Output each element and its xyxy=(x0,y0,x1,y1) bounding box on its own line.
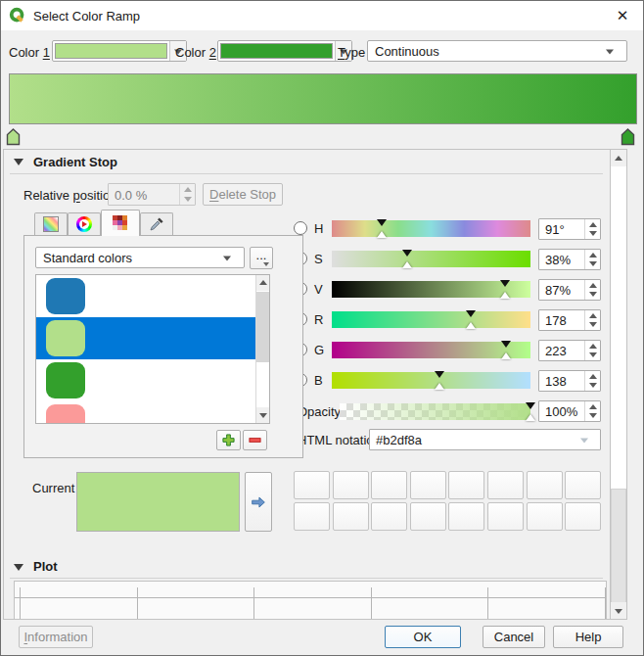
scrollbar-thumb[interactable] xyxy=(256,292,269,362)
channel-spinbox-b[interactable]: 138 xyxy=(538,370,601,392)
tab-swatches[interactable] xyxy=(101,210,140,236)
chevron-down-icon xyxy=(606,50,614,55)
channel-slider-r[interactable] xyxy=(332,311,530,328)
scrollbar-down-button[interactable] xyxy=(256,407,269,423)
opacity-label: Opacity xyxy=(298,404,341,419)
color-scheme-select[interactable]: Standard colors xyxy=(35,247,245,268)
spin-up-icon xyxy=(589,404,597,409)
spinner-buttons[interactable] xyxy=(584,401,600,421)
spinner-buttons[interactable] xyxy=(584,341,600,360)
add-current-to-swatches-button[interactable] xyxy=(245,472,272,532)
channel-slider-g[interactable] xyxy=(332,342,530,358)
slider-handle-bottom[interactable] xyxy=(466,322,476,329)
ellipsis-label: ... xyxy=(256,248,267,262)
channel-label-b: B xyxy=(314,373,323,388)
swatch-slot[interactable] xyxy=(448,502,484,531)
information-button: Information xyxy=(19,626,93,648)
channel-spinbox-s[interactable]: 38% xyxy=(538,249,601,270)
swatch-slot[interactable] xyxy=(371,471,407,499)
slider-handle-bottom[interactable] xyxy=(501,352,511,359)
opacity-slider[interactable] xyxy=(340,403,530,420)
color-list-item[interactable] xyxy=(36,317,257,359)
slider-handle-top[interactable] xyxy=(500,280,510,287)
relative-position-spinbox: 0.0 % xyxy=(108,183,196,206)
color-list-item[interactable] xyxy=(36,359,257,401)
swatch-slot[interactable] xyxy=(371,502,407,531)
tab-color-wheel[interactable] xyxy=(68,212,101,235)
collapse-triangle-icon[interactable] xyxy=(14,564,23,571)
help-button[interactable]: Help xyxy=(553,626,623,648)
delete-stop-button: Delete Stop xyxy=(203,183,283,206)
color1-button[interactable] xyxy=(52,40,187,62)
remove-color-button[interactable] xyxy=(243,430,267,450)
channel-slider-s[interactable] xyxy=(332,251,530,267)
tab-color-box[interactable] xyxy=(34,212,68,235)
scheme-options-button[interactable]: ... xyxy=(250,247,273,269)
swatch-slot[interactable] xyxy=(448,471,484,499)
channel-radio-h[interactable] xyxy=(294,221,307,235)
swatch-slot[interactable] xyxy=(294,502,330,531)
color-list-item[interactable] xyxy=(36,275,257,317)
relative-position-value: 0.0 % xyxy=(115,188,147,203)
spinner-buttons[interactable] xyxy=(584,219,600,239)
scrollbar-up-button[interactable] xyxy=(256,275,269,291)
channel-label-g: G xyxy=(314,343,324,357)
color-list-item[interactable] xyxy=(36,401,257,424)
gradient-stop-marker-end[interactable] xyxy=(621,128,635,146)
slider-handle-top[interactable] xyxy=(466,310,476,317)
html-notation-input[interactable]: #b2df8a xyxy=(369,429,601,450)
swatch-slot[interactable] xyxy=(565,471,601,499)
tab-color-sampler[interactable] xyxy=(140,212,173,235)
slider-handle-bottom[interactable] xyxy=(377,231,387,238)
channel-spinbox-h[interactable]: 91° xyxy=(538,218,601,240)
dialog-scrollbar[interactable] xyxy=(610,149,627,620)
swatch-slot[interactable] xyxy=(487,502,524,531)
swatch-slot[interactable] xyxy=(527,502,563,531)
color-list[interactable] xyxy=(35,274,270,424)
swatch-slot[interactable] xyxy=(565,502,601,531)
spinner-buttons[interactable] xyxy=(584,250,600,269)
spinner-buttons[interactable] xyxy=(584,371,600,391)
spinner-buttons[interactable] xyxy=(584,310,600,330)
ok-button[interactable]: OK xyxy=(385,626,461,648)
collapse-triangle-icon[interactable] xyxy=(14,159,23,165)
spinner-buttons[interactable] xyxy=(584,280,600,300)
ramp-preview[interactable] xyxy=(9,73,637,124)
type-select[interactable]: Continuous xyxy=(367,40,627,62)
channel-value: 91° xyxy=(545,222,565,237)
slider-handle-top[interactable] xyxy=(501,341,511,348)
scrollbar-up-button[interactable] xyxy=(611,150,626,166)
swatch-slot[interactable] xyxy=(410,471,446,499)
swatch-slot[interactable] xyxy=(410,502,446,531)
color-list-scrollbar[interactable] xyxy=(255,275,269,423)
slider-handle-bottom[interactable] xyxy=(500,292,510,299)
channel-slider-h[interactable] xyxy=(332,220,530,237)
channel-spinbox-v[interactable]: 87% xyxy=(538,279,601,301)
title-bar[interactable]: Select Color Ramp ✕ xyxy=(1,1,643,30)
channel-slider-v[interactable] xyxy=(332,281,530,298)
add-color-button[interactable] xyxy=(216,430,241,450)
slider-handle-top[interactable] xyxy=(377,219,387,226)
slider-handle-top[interactable] xyxy=(402,250,412,257)
gradient-stop-marker-start[interactable] xyxy=(6,128,21,146)
channel-slider-b[interactable] xyxy=(332,372,530,389)
close-icon[interactable]: ✕ xyxy=(610,6,635,25)
cancel-button[interactable]: Cancel xyxy=(483,626,545,648)
swatch-slot[interactable] xyxy=(333,502,369,531)
swatch-slot[interactable] xyxy=(487,471,524,499)
channel-spinbox-g[interactable]: 223 xyxy=(538,340,601,361)
scrollbar-down-button[interactable] xyxy=(611,602,626,619)
opacity-value: 100% xyxy=(545,404,577,419)
swatch-slot[interactable] xyxy=(527,471,563,499)
opacity-spinbox[interactable]: 100% xyxy=(538,400,601,422)
swatch-slot[interactable] xyxy=(333,471,369,499)
slider-handle-top[interactable] xyxy=(526,402,535,409)
scrollbar-thumb[interactable] xyxy=(611,489,626,603)
slider-handle-bottom[interactable] xyxy=(435,383,444,390)
slider-handle-bottom[interactable] xyxy=(402,261,412,268)
swatch-slot[interactable] xyxy=(294,471,330,499)
channel-spinbox-r[interactable]: 178 xyxy=(538,309,601,331)
slider-handle-bottom[interactable] xyxy=(526,414,535,421)
color2-button[interactable] xyxy=(217,40,352,62)
slider-handle-top[interactable] xyxy=(435,371,444,378)
